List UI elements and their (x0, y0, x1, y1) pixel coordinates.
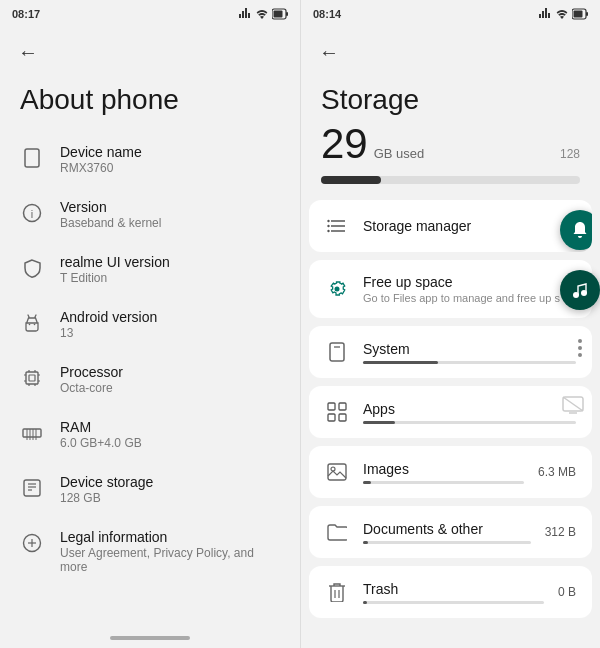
left-page-title: About phone (0, 76, 300, 132)
free-space-title: Free up space (363, 274, 576, 290)
free-space-content: Free up space Go to Files app to manage … (363, 274, 576, 304)
free-space-subtitle: Go to Files app to manage and free up s (363, 292, 576, 304)
trash-icon (325, 580, 349, 604)
android-icon (20, 311, 44, 335)
svg-rect-27 (24, 480, 40, 496)
processor-text: Processor Octa-core (60, 364, 123, 395)
svg-text:i: i (31, 208, 33, 220)
svg-rect-18 (23, 429, 41, 437)
right-back-icon: ← (319, 41, 339, 64)
system-content: System (363, 341, 576, 364)
storage-item-apps[interactable]: Apps (309, 386, 592, 438)
svg-rect-48 (339, 403, 346, 410)
svg-point-41 (327, 225, 329, 227)
apps-content: Apps (363, 401, 576, 424)
bell-fab-button[interactable] (560, 210, 592, 250)
svg-rect-2 (286, 12, 288, 16)
trash-bar (363, 601, 544, 604)
trash-size: 0 B (558, 585, 576, 599)
apps-title: Apps (363, 401, 576, 417)
menu-item-ram[interactable]: RAM 6.0 GB+4.0 GB (4, 407, 296, 462)
images-bar-fill (363, 481, 371, 484)
system-title: System (363, 341, 576, 357)
shield-check-icon (20, 256, 44, 280)
storage-unit-label: GB used (374, 146, 425, 161)
svg-rect-54 (328, 464, 346, 480)
menu-item-device-storage[interactable]: Device storage 128 GB (4, 462, 296, 517)
svg-rect-35 (574, 11, 583, 18)
storage-usage: 29 GB used 128 (321, 120, 580, 168)
svg-rect-50 (339, 414, 346, 421)
dot2 (578, 346, 582, 350)
right-time: 08:14 (313, 8, 341, 20)
menu-item-version[interactable]: i Version Baseband & kernel (4, 187, 296, 242)
info-circle-icon: i (20, 201, 44, 225)
documents-content: Documents & other (363, 521, 531, 544)
storage-item-documents[interactable]: Documents & other 312 B (309, 506, 592, 558)
menu-item-device-name[interactable]: Device name RMX3760 (4, 132, 296, 187)
left-menu-list: Device name RMX3760 i Version Baseband &… (0, 132, 300, 628)
storage-device-icon (20, 476, 44, 500)
documents-bar (363, 541, 531, 544)
svg-point-7 (34, 324, 36, 326)
svg-rect-49 (328, 414, 335, 421)
storage-item-trash[interactable]: Trash 0 B (309, 566, 592, 618)
images-bar (363, 481, 524, 484)
device-storage-text: Device storage 128 GB (60, 474, 153, 505)
svg-point-44 (581, 290, 587, 296)
images-icon (325, 460, 349, 484)
left-status-bar: 08:17 (0, 0, 300, 28)
menu-item-processor[interactable]: Processor Octa-core (4, 352, 296, 407)
right-back-button[interactable]: ← (309, 32, 349, 72)
system-phone-icon (325, 340, 349, 364)
menu-item-android[interactable]: Android version 13 (4, 297, 296, 352)
documents-bar-fill (363, 541, 368, 544)
trash-content: Trash (363, 581, 544, 604)
svg-rect-8 (26, 372, 38, 384)
trash-title: Trash (363, 581, 544, 597)
realme-ui-text: realme UI version T Edition (60, 254, 170, 285)
dot1 (578, 339, 582, 343)
android-text: Android version 13 (60, 309, 157, 340)
trash-bar-fill (363, 601, 367, 604)
right-panel: 08:14 ← Storage 29 GB used 128 Storage m… (300, 0, 600, 648)
svg-rect-1 (274, 11, 283, 18)
left-panel: 08:17 ← About phone Device name RMX3760 … (0, 0, 300, 648)
folder-icon (325, 520, 349, 544)
svg-rect-9 (29, 375, 35, 381)
music-fab-button[interactable] (560, 270, 600, 310)
storage-item-images[interactable]: Images 6.3 MB (309, 446, 592, 498)
svg-rect-47 (328, 403, 335, 410)
version-text: Version Baseband & kernel (60, 199, 161, 230)
svg-point-43 (573, 292, 579, 298)
device-name-text: Device name RMX3760 (60, 144, 142, 175)
three-dots-menu[interactable] (564, 336, 596, 360)
storage-item-free-space[interactable]: Free up space Go to Files app to manage … (309, 260, 592, 318)
legal-icon (20, 531, 44, 555)
storage-list: Storage manager Free up space Go to File… (301, 200, 600, 648)
dot3 (578, 353, 582, 357)
system-bar (363, 361, 576, 364)
svg-rect-36 (586, 12, 588, 16)
storage-item-manager[interactable]: Storage manager (309, 200, 592, 252)
storage-progress-bar (321, 176, 580, 184)
apps-grid-icon (325, 400, 349, 424)
left-back-icon: ← (18, 41, 38, 64)
svg-line-52 (563, 397, 583, 411)
storage-header: Storage 29 GB used 128 (301, 76, 600, 200)
storage-item-system[interactable]: System (309, 326, 592, 378)
ram-icon (20, 421, 44, 445)
svg-point-42 (327, 230, 329, 232)
menu-item-legal[interactable]: Legal information User Agreement, Privac… (4, 517, 296, 586)
left-back-button[interactable]: ← (8, 32, 48, 72)
legal-text: Legal information User Agreement, Privac… (60, 529, 280, 574)
right-status-bar: 08:14 (301, 0, 600, 28)
menu-item-realme-ui[interactable]: realme UI version T Edition (4, 242, 296, 297)
cpu-icon (20, 366, 44, 390)
system-bar-fill (363, 361, 438, 364)
left-bottom-bar (110, 636, 190, 640)
phone-outline-icon (20, 146, 44, 170)
apps-bar (363, 421, 576, 424)
screen-off-icon (562, 396, 584, 419)
storage-progress-fill (321, 176, 381, 184)
